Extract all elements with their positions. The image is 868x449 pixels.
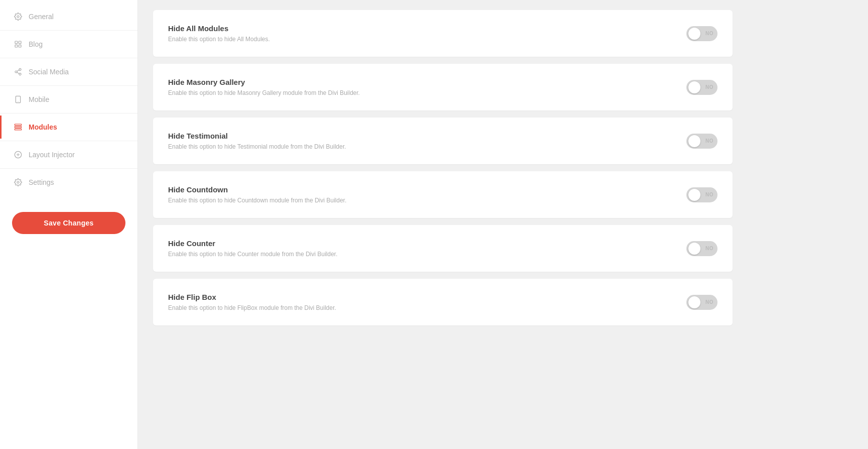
module-info-hide-flip-box: Hide Flip Box Enable this option to hide… bbox=[168, 293, 336, 311]
svg-line-8 bbox=[17, 72, 20, 74]
toggle-wrap-hide-flip-box: NO bbox=[686, 295, 717, 310]
toggle-knob-hide-masonry-gallery bbox=[688, 81, 700, 93]
module-title-hide-flip-box: Hide Flip Box bbox=[168, 293, 336, 301]
sidebar-divider-6 bbox=[0, 168, 137, 169]
layout-icon bbox=[14, 150, 23, 159]
sidebar-item-settings-label: Settings bbox=[29, 178, 54, 186]
grid-icon bbox=[14, 40, 23, 49]
toggle-label-hide-countdown: NO bbox=[705, 192, 713, 197]
svg-rect-13 bbox=[15, 127, 21, 128]
svg-rect-10 bbox=[16, 96, 20, 102]
sidebar-divider-2 bbox=[0, 58, 137, 58]
svg-point-15 bbox=[17, 181, 19, 183]
toggle-hide-all-modules[interactable]: NO bbox=[686, 26, 717, 41]
svg-rect-2 bbox=[19, 41, 21, 44]
gear-icon bbox=[14, 12, 23, 21]
share-icon bbox=[14, 67, 23, 76]
module-description-hide-counter: Enable this option to hide Counter modul… bbox=[168, 251, 338, 258]
toggle-hide-counter[interactable]: NO bbox=[686, 241, 717, 256]
module-info-hide-all-modules: Hide All Modules Enable this option to h… bbox=[168, 24, 270, 43]
module-card-hide-countdown: Hide Countdown Enable this option to hid… bbox=[153, 171, 733, 218]
module-description-hide-countdown: Enable this option to hide Countdown mod… bbox=[168, 197, 347, 204]
sidebar-divider-4 bbox=[0, 113, 137, 114]
sidebar-item-blog-label: Blog bbox=[29, 40, 43, 48]
toggle-knob-hide-testimonial bbox=[688, 135, 700, 147]
save-changes-button[interactable]: Save Changes bbox=[12, 212, 125, 234]
sidebar-item-settings[interactable]: Settings bbox=[0, 171, 137, 194]
sidebar-item-mobile-label: Mobile bbox=[29, 95, 49, 103]
right-panel bbox=[748, 0, 868, 449]
sidebar-divider bbox=[0, 30, 137, 31]
toggle-wrap-hide-countdown: NO bbox=[686, 187, 717, 202]
sidebar-item-blog[interactable]: Blog bbox=[0, 33, 137, 56]
sidebar-divider-5 bbox=[0, 141, 137, 141]
svg-line-9 bbox=[17, 70, 20, 71]
toggle-wrap-hide-testimonial: NO bbox=[686, 134, 717, 149]
toggle-wrap-hide-counter: NO bbox=[686, 241, 717, 256]
sidebar-item-general-label: General bbox=[29, 13, 54, 21]
module-card-hide-all-modules: Hide All Modules Enable this option to h… bbox=[153, 10, 733, 57]
main-content: Hide All Modules Enable this option to h… bbox=[138, 0, 748, 449]
module-info-hide-testimonial: Hide Testimonial Enable this option to h… bbox=[168, 132, 346, 150]
toggle-hide-masonry-gallery[interactable]: NO bbox=[686, 80, 717, 95]
modules-list: Hide All Modules Enable this option to h… bbox=[153, 10, 733, 325]
toggle-label-hide-all-modules: NO bbox=[705, 31, 713, 36]
toggle-label-hide-masonry-gallery: NO bbox=[705, 84, 713, 90]
module-card-hide-masonry-gallery: Hide Masonry Gallery Enable this option … bbox=[153, 64, 733, 110]
module-title-hide-counter: Hide Counter bbox=[168, 239, 338, 248]
sidebar-item-modules[interactable]: Modules bbox=[0, 116, 137, 139]
toggle-label-hide-counter: NO bbox=[705, 246, 713, 251]
module-card-hide-flip-box: Hide Flip Box Enable this option to hide… bbox=[153, 279, 733, 325]
toggle-knob-hide-flip-box bbox=[688, 296, 700, 308]
module-title-hide-all-modules: Hide All Modules bbox=[168, 24, 270, 33]
save-button-container: Save Changes bbox=[0, 202, 137, 244]
sidebar: General Blog Social Media Mobile Modules bbox=[0, 0, 138, 449]
settings-gear-icon bbox=[14, 178, 23, 187]
module-info-hide-masonry-gallery: Hide Masonry Gallery Enable this option … bbox=[168, 78, 360, 96]
sidebar-item-layout-injector-label: Layout Injector bbox=[29, 151, 75, 159]
module-title-hide-countdown: Hide Countdown bbox=[168, 185, 347, 194]
toggle-hide-countdown[interactable]: NO bbox=[686, 187, 717, 202]
module-description-hide-all-modules: Enable this option to hide All Modules. bbox=[168, 36, 270, 43]
module-description-hide-masonry-gallery: Enable this option to hide Masonry Galle… bbox=[168, 89, 360, 96]
module-description-hide-flip-box: Enable this option to hide FlipBox modul… bbox=[168, 304, 336, 311]
svg-point-0 bbox=[17, 16, 19, 18]
module-info-hide-counter: Hide Counter Enable this option to hide … bbox=[168, 239, 338, 258]
sidebar-item-general[interactable]: General bbox=[0, 5, 137, 28]
toggle-knob-hide-countdown bbox=[688, 189, 700, 201]
sidebar-item-social-media[interactable]: Social Media bbox=[0, 60, 137, 83]
svg-rect-1 bbox=[15, 41, 18, 44]
toggle-hide-testimonial[interactable]: NO bbox=[686, 134, 717, 149]
toggle-wrap-hide-all-modules: NO bbox=[686, 26, 717, 41]
sidebar-item-social-media-label: Social Media bbox=[29, 68, 69, 76]
toggle-knob-hide-all-modules bbox=[688, 28, 700, 40]
svg-rect-4 bbox=[19, 45, 21, 47]
modules-icon bbox=[14, 123, 23, 132]
sidebar-item-modules-label: Modules bbox=[29, 123, 57, 131]
module-description-hide-testimonial: Enable this option to hide Testimonial m… bbox=[168, 143, 346, 150]
module-title-hide-testimonial: Hide Testimonial bbox=[168, 132, 346, 140]
toggle-knob-hide-counter bbox=[688, 243, 700, 255]
module-card-hide-testimonial: Hide Testimonial Enable this option to h… bbox=[153, 118, 733, 164]
toggle-label-hide-flip-box: NO bbox=[705, 299, 713, 305]
toggle-label-hide-testimonial: NO bbox=[705, 138, 713, 144]
toggle-wrap-hide-masonry-gallery: NO bbox=[686, 80, 717, 95]
toggle-hide-flip-box[interactable]: NO bbox=[686, 295, 717, 310]
svg-rect-3 bbox=[15, 45, 18, 47]
module-card-hide-counter: Hide Counter Enable this option to hide … bbox=[153, 225, 733, 272]
svg-rect-14 bbox=[15, 129, 21, 130]
mobile-icon bbox=[14, 95, 23, 104]
svg-rect-12 bbox=[15, 124, 21, 126]
module-info-hide-countdown: Hide Countdown Enable this option to hid… bbox=[168, 185, 347, 204]
sidebar-item-mobile[interactable]: Mobile bbox=[0, 88, 137, 111]
sidebar-item-layout-injector[interactable]: Layout Injector bbox=[0, 143, 137, 166]
module-title-hide-masonry-gallery: Hide Masonry Gallery bbox=[168, 78, 360, 86]
sidebar-divider-3 bbox=[0, 85, 137, 86]
